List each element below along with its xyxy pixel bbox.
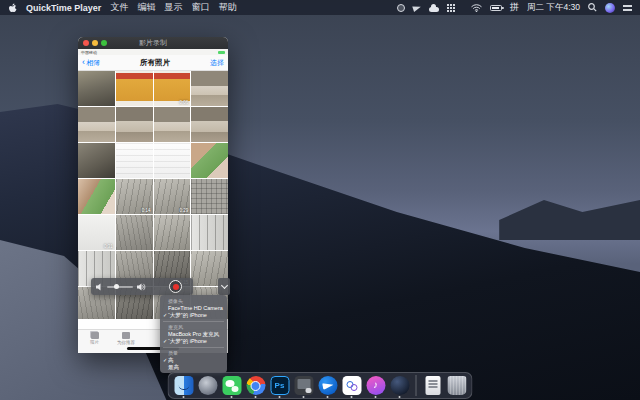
minimize-button[interactable]	[92, 40, 98, 46]
trash-icon[interactable]	[447, 376, 466, 395]
menu-item-“大梦”的 iPhone[interactable]: ✓“大梦”的 iPhone	[160, 338, 227, 346]
tab-label: 照片	[90, 340, 99, 345]
volume-slider-knob[interactable]	[114, 284, 119, 289]
photo-thumbnail[interactable]	[191, 71, 228, 106]
paper-plane-icon[interactable]	[412, 3, 421, 11]
dock-item-launchpad[interactable]	[198, 376, 218, 395]
menu-bar-clock[interactable]: 周二 下午4:30	[527, 2, 580, 14]
select-button[interactable]: 选择	[210, 58, 224, 68]
cloud-icon[interactable]	[429, 7, 439, 12]
photo-thumbnail[interactable]	[116, 107, 153, 142]
wifi-icon[interactable]	[471, 4, 482, 12]
photo-thumbnail[interactable]	[78, 179, 115, 214]
running-indicator	[375, 396, 377, 398]
video-duration: 0:31	[104, 244, 113, 249]
record-dot	[173, 284, 179, 290]
photo-thumbnail[interactable]	[116, 143, 153, 178]
menu-item-label: 最高	[168, 364, 179, 371]
battery-icon[interactable]	[490, 5, 502, 11]
photo-thumbnail[interactable]: 0:29	[154, 179, 191, 214]
photo-thumbnail[interactable]	[191, 107, 228, 142]
photo-thumbnail[interactable]	[154, 107, 191, 142]
photoshop-icon[interactable]: Ps	[270, 376, 289, 395]
dock-item-chrome[interactable]	[246, 376, 266, 395]
thunder-icon[interactable]	[318, 376, 337, 395]
video-duration: 0:29	[179, 208, 188, 213]
menu-item-窗口[interactable]: 窗口	[191, 1, 209, 14]
photo-thumbnail[interactable]	[116, 71, 153, 106]
menu-item-“大梦”的 iPhone[interactable]: ✓“大梦”的 iPhone	[160, 312, 227, 320]
wechat-icon[interactable]	[222, 376, 241, 395]
dock-item-trash[interactable]	[447, 376, 467, 395]
tab-为你推荐[interactable]: 为你推荐	[117, 332, 135, 345]
menu-item-文件[interactable]: 文件	[110, 1, 128, 14]
status-icons: 拼	[397, 1, 519, 14]
menu-item-最高[interactable]: 最高	[160, 364, 227, 372]
chrome-icon[interactable]	[246, 376, 265, 395]
document-icon[interactable]	[425, 376, 440, 395]
photo-thumbnail[interactable]	[154, 215, 191, 250]
siri-icon[interactable]	[605, 3, 615, 13]
volume-slider[interactable]	[107, 286, 133, 288]
input-method-icon[interactable]: 拼	[510, 1, 519, 14]
menu-item-编辑[interactable]: 编辑	[137, 1, 155, 14]
close-button[interactable]	[83, 40, 89, 46]
itunes-icon[interactable]: ♪	[366, 376, 385, 395]
menu-item-MacBook Pro 麦克风[interactable]: MacBook Pro 麦克风	[160, 330, 227, 338]
dock-item-wechat[interactable]	[222, 376, 242, 395]
photo-thumbnail[interactable]	[191, 143, 228, 178]
photo-thumbnail[interactable]: 0:31	[78, 215, 115, 250]
globe-icon[interactable]	[390, 376, 409, 395]
photo-thumbnail[interactable]	[154, 143, 191, 178]
back-to-albums-button[interactable]: ‹ 相簿	[82, 58, 100, 68]
dock-item-netdisk[interactable]	[342, 376, 362, 395]
launchpad-icon[interactable]	[198, 376, 217, 395]
photo-thumbnail[interactable]	[191, 179, 228, 214]
photo-thumbnail[interactable]	[78, 143, 115, 178]
dock-item-screenshot[interactable]	[294, 376, 314, 395]
zoom-button[interactable]	[101, 40, 107, 46]
dock-item-thunder[interactable]	[318, 376, 338, 395]
photo-thumbnail[interactable]: 0:14	[116, 179, 153, 214]
window-titlebar[interactable]: 影片录制	[78, 37, 228, 49]
finder-icon[interactable]	[174, 376, 193, 395]
menu-section-header: 质量	[160, 349, 227, 356]
for-you-icon	[122, 332, 130, 339]
menu-item-label: “大梦”的 iPhone	[168, 338, 207, 345]
tab-照片[interactable]: 照片	[90, 332, 99, 345]
tab-label: 为你推荐	[117, 340, 135, 345]
menu-item-高[interactable]: ✓高	[160, 356, 227, 364]
apple-menu-icon[interactable]	[8, 3, 17, 13]
photo-thumbnail[interactable]	[191, 215, 228, 250]
eye-icon[interactable]	[397, 4, 405, 12]
photo-thumbnail[interactable]	[78, 107, 115, 142]
volume-loud-icon[interactable]	[137, 283, 146, 291]
notification-center-icon[interactable]	[623, 3, 632, 12]
record-button[interactable]	[169, 280, 182, 293]
spotlight-icon[interactable]	[588, 3, 597, 12]
recording-options-chevron[interactable]	[218, 278, 230, 295]
dock-item-photoshop[interactable]: Ps	[270, 376, 290, 395]
menu-item-label: FaceTime HD Camera	[168, 305, 223, 312]
volume-mute-icon[interactable]	[96, 283, 103, 291]
menu-item-FaceTime HD Camera[interactable]: FaceTime HD Camera	[160, 304, 227, 312]
desktop: QuickTime Player 文件编辑显示窗口帮助 拼 周二 下午4:30 …	[0, 0, 640, 400]
photos-stack-icon	[91, 332, 99, 339]
video-duration: 0:14	[142, 208, 151, 213]
dock-item-document[interactable]	[423, 376, 443, 395]
active-app-name[interactable]: QuickTime Player	[26, 3, 101, 13]
dock: Ps♪	[168, 372, 473, 399]
menu-item-帮助[interactable]: 帮助	[218, 1, 236, 14]
menu-item-label: 高	[168, 357, 174, 364]
dock-item-finder[interactable]	[174, 376, 194, 395]
screenshot-icon[interactable]	[294, 376, 313, 395]
menu-item-显示[interactable]: 显示	[164, 1, 182, 14]
photo-thumbnail[interactable]	[78, 71, 115, 106]
dock-item-globe[interactable]	[390, 376, 410, 395]
dock-item-itunes[interactable]: ♪	[366, 376, 386, 395]
recording-options-menu: 摄像头FaceTime HD Camera✓“大梦”的 iPhone麦克风Mac…	[160, 295, 227, 373]
photo-thumbnail[interactable]	[116, 215, 153, 250]
netdisk-icon[interactable]	[342, 376, 361, 395]
photo-thumbnail[interactable]: 0:06	[154, 71, 191, 106]
dots-icon[interactable]	[450, 7, 452, 9]
